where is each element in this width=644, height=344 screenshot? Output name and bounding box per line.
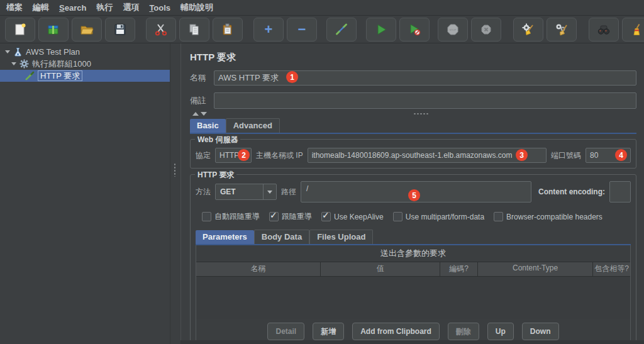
callout-badge-4: 4 [615, 149, 627, 161]
panel-splitter[interactable] [170, 43, 181, 344]
checkbox-box[interactable] [494, 212, 503, 221]
start-no-timers-icon [408, 23, 421, 36]
checkbox-multipart[interactable]: Use multipart/form-data [393, 212, 484, 221]
clear-button[interactable] [513, 18, 543, 42]
menu-help[interactable]: 輔助說明 [180, 2, 213, 13]
cut-button[interactable] [146, 18, 176, 42]
parameters-table-body[interactable] [196, 277, 630, 319]
add-button[interactable]: 新增 [313, 323, 344, 340]
open-button[interactable] [72, 18, 102, 42]
content-encoding-label: Content encoding: [538, 187, 605, 196]
search-button[interactable] [589, 18, 619, 42]
copy-icon [187, 23, 201, 36]
cut-scissors-icon [154, 23, 168, 36]
expand-arrow-icon[interactable] [11, 62, 16, 65]
menu-tools[interactable]: Tools [149, 3, 170, 13]
clear-broom-gear-icon [521, 23, 535, 36]
host-input[interactable]: ithomealb-1480018609.ap-southeast-1.elb.… [308, 148, 547, 163]
new-file-button[interactable] [5, 18, 35, 42]
name-row: 名稱 AWS HTTP 要求 [190, 70, 636, 86]
paste-button[interactable] [213, 18, 243, 42]
checkbox-auto-redirect[interactable]: 自動跟隨重導 [202, 211, 260, 222]
collapse-up-icon[interactable] [192, 112, 199, 116]
checkbox-keepalive[interactable]: ✓ Use KeepAlive [321, 212, 384, 221]
start-no-timers-button[interactable] [399, 18, 430, 42]
comments-input[interactable] [214, 92, 636, 109]
menu-options[interactable]: 選項 [123, 2, 139, 13]
clear-all-button[interactable] [547, 18, 577, 42]
start-button[interactable] [366, 18, 396, 42]
open-folder-icon [80, 23, 94, 36]
method-select-arrow[interactable] [263, 184, 276, 199]
splitter-grip[interactable] [174, 163, 176, 177]
menu-search[interactable]: Search [59, 3, 86, 13]
menu-edit[interactable]: 編輯 [33, 2, 49, 13]
delete-button[interactable]: 刪除 [448, 323, 479, 340]
up-button[interactable]: Up [487, 323, 514, 340]
basic-advanced-tabs: Basic Advanced [190, 119, 636, 133]
tree-node-http-request[interactable]: HTTP 要求 [0, 70, 170, 82]
remove-element-button[interactable]: − [287, 18, 317, 42]
port-label: 端口號碼 [551, 150, 581, 161]
stop-button[interactable]: STOP [438, 18, 468, 42]
column-header-name[interactable]: 名稱 [196, 262, 321, 276]
parameters-tabs: Parameters Body Data Files Upload [196, 230, 631, 244]
checkbox-follow-redirect[interactable]: ✓ 跟隨重導 [269, 211, 312, 222]
toggle-button[interactable] [326, 18, 357, 42]
protocol-label: 協定 [196, 150, 211, 161]
thread-group-icon [19, 59, 29, 69]
detail-button[interactable]: Detail [267, 323, 304, 340]
collapse-down-icon[interactable] [201, 112, 207, 116]
add-element-button[interactable]: + [253, 18, 284, 42]
search-reset-button[interactable] [622, 18, 644, 42]
tab-parameters[interactable]: Parameters [196, 230, 254, 244]
callout-badge-2: 2 [238, 149, 250, 161]
add-icon: + [265, 23, 273, 36]
menu-bar: 檔案 編輯 Search 執行 選項 Tools 輔助說明 [0, 0, 644, 16]
page-title: HTTP 要求 [190, 52, 636, 64]
save-button[interactable] [105, 18, 135, 42]
checkbox-box[interactable]: ✓ [269, 212, 279, 221]
tab-advanced[interactable]: Advanced [226, 118, 280, 133]
column-header-include-equals[interactable]: 包含相等? [593, 262, 630, 276]
checkbox-box[interactable] [202, 212, 211, 221]
menu-run[interactable]: 執行 [96, 2, 113, 13]
web-server-group: Web 伺服器 協定 HTTP 主機名稱或 IP ithomealb-14800… [190, 139, 636, 169]
tree-node-thread-group[interactable]: 執行緒群組1000 [0, 58, 170, 70]
stop-icon-label: STOP [438, 28, 467, 31]
save-icon [113, 23, 127, 36]
name-input[interactable]: AWS HTTP 要求 [214, 70, 636, 86]
tab-underline [190, 133, 636, 134]
test-plan-icon [13, 47, 23, 57]
column-header-value[interactable]: 值 [321, 262, 440, 276]
column-header-content-type[interactable]: Content-Type [478, 262, 594, 276]
column-header-encode[interactable]: 編碼? [440, 262, 477, 276]
tree-node-label: AWS Test Plan [26, 47, 80, 57]
collapse-row [190, 109, 636, 118]
horizontal-splitter-grip[interactable] [413, 113, 428, 116]
jmeter-window: 檔案 編輯 Search 執行 選項 Tools 輔助說明 [0, 0, 644, 344]
add-from-clipboard-button[interactable]: Add from Clipboard [352, 323, 440, 340]
tab-body-data[interactable]: Body Data [254, 230, 309, 244]
templates-icon [47, 23, 60, 36]
checkbox-browser-headers[interactable]: Browser-compatible headers [494, 212, 602, 221]
test-plan-tree: AWS Test Plan 執行緒群組1000 HTTP 要求 [0, 43, 170, 344]
tab-files-upload[interactable]: Files Upload [309, 230, 373, 244]
content-encoding-input[interactable] [609, 181, 631, 203]
search-binoculars-icon [597, 23, 611, 36]
parameters-table-title: 送出含參數的要求 [196, 245, 630, 262]
method-select[interactable]: GET [215, 184, 277, 200]
templates-button[interactable] [38, 18, 69, 42]
checkbox-box[interactable]: ✓ [321, 212, 331, 221]
tree-node-test-plan[interactable]: AWS Test Plan [0, 46, 170, 58]
tab-basic[interactable]: Basic [190, 119, 226, 133]
copy-button[interactable] [179, 18, 209, 42]
path-label: 路徑 [281, 187, 296, 197]
clear-all-broom-gears-icon [555, 23, 569, 36]
menu-file[interactable]: 檔案 [6, 2, 23, 13]
checkbox-box[interactable] [393, 212, 402, 221]
expand-arrow-icon[interactable] [5, 50, 10, 53]
down-button[interactable]: Down [522, 323, 559, 340]
shutdown-button[interactable] [471, 18, 501, 42]
search-reset-broom-icon [630, 23, 644, 36]
